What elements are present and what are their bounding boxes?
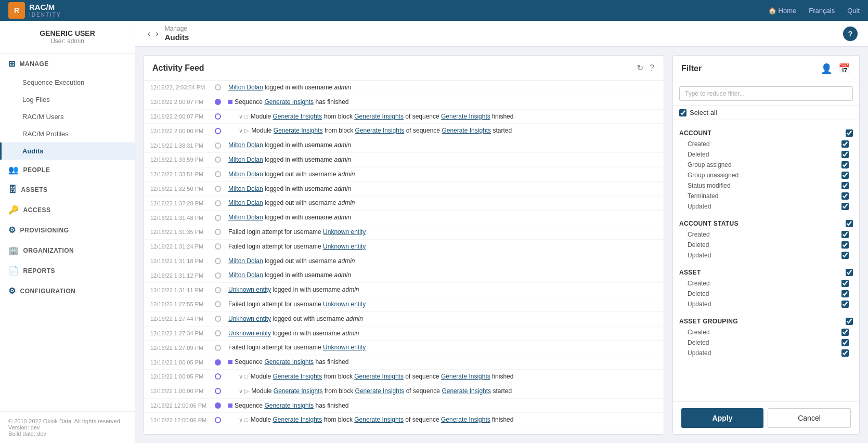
organization-label: ORGANIZATION [23, 247, 74, 254]
sidebar-item-racm-profiles[interactable]: RAC/M Profiles [0, 125, 135, 142]
sidebar-section-assets[interactable]: 🗄 ASSETS [0, 180, 135, 200]
feed-link[interactable]: Milton Dolan [228, 271, 263, 279]
feed-username: admin [342, 286, 359, 293]
sidebar-section-configuration[interactable]: ⚙ CONFIGURATION [0, 281, 135, 301]
sidebar-item-audits[interactable]: Audits [0, 142, 135, 160]
feed-link[interactable]: Generate Insights [441, 113, 490, 120]
feed-link[interactable]: Generate Insights [442, 387, 491, 395]
reports-icon: 📄 [8, 266, 19, 276]
feed-link[interactable]: Milton Dolan [228, 141, 263, 149]
apply-button[interactable]: Apply [681, 408, 763, 428]
sidebar-section-provisioning[interactable]: ⚙ PROVISIONING [0, 220, 135, 240]
feed-link[interactable]: Milton Dolan [228, 156, 263, 163]
filter-item-checkbox[interactable] [841, 241, 849, 249]
feed-link[interactable]: Unknown entity [228, 315, 271, 322]
filter-item-checkbox[interactable] [841, 231, 849, 238]
feed-link[interactable]: Generate Insights [273, 416, 322, 423]
feed-link[interactable]: Generate Insights [354, 113, 404, 120]
filter-item: Created [679, 327, 853, 337]
sidebar-item-log-files[interactable]: Log Files [0, 91, 135, 108]
feed-link[interactable]: Generate Insights [354, 373, 404, 380]
filter-category-checkbox[interactable] [846, 318, 853, 325]
feed-link[interactable]: Generate Insights [264, 402, 314, 409]
feed-link[interactable]: Generate Insights [264, 98, 314, 106]
select-all-label[interactable]: Select all [690, 109, 717, 116]
filter-item-checkbox[interactable] [841, 182, 849, 189]
feed-link[interactable]: Unknown entity [323, 228, 366, 236]
filter-item-checkbox[interactable] [841, 203, 849, 210]
nav-forward-button[interactable]: › [153, 28, 160, 40]
filter-item-checkbox[interactable] [841, 349, 849, 357]
home-link[interactable]: 🏠 Home [768, 7, 796, 15]
feed-link[interactable]: Unknown entity [323, 344, 366, 351]
nav-back-button[interactable]: ‹ [146, 28, 152, 40]
feed-dot-col [212, 99, 224, 105]
feed-username: admin [334, 156, 351, 163]
feed-link[interactable]: Unknown entity [228, 330, 271, 337]
sidebar-item-racm-users[interactable]: RAC/M Users [0, 108, 135, 125]
filter-calendar-icon-button[interactable]: 📅 [837, 62, 851, 75]
feed-link[interactable]: Milton Dolan [228, 214, 263, 221]
feed-link[interactable]: Milton Dolan [228, 171, 263, 178]
feed-link[interactable]: Unknown entity [323, 243, 366, 250]
filter-item-checkbox[interactable] [841, 290, 849, 297]
feed-link[interactable]: Generate Insights [355, 387, 405, 395]
copyright: © 2010-2022 Okiok Data. All rights reser… [8, 418, 126, 424]
feed-link[interactable]: Generate Insights [264, 358, 314, 366]
feed-link[interactable]: Generate Insights [355, 127, 405, 134]
feed-link[interactable]: Generate Insights [273, 373, 322, 380]
feed-help-button[interactable]: ? [649, 62, 655, 74]
quit-link[interactable]: Quit [847, 7, 860, 15]
feed-link[interactable]: Milton Dolan [228, 185, 263, 192]
feed-link[interactable]: Generate Insights [274, 387, 323, 395]
filter-item-checkbox[interactable] [841, 280, 849, 287]
sidebar-section-organization[interactable]: 🏢 ORGANIZATION [0, 240, 135, 260]
cancel-button[interactable]: Cancel [768, 408, 851, 428]
feed-message: Milton Dolan logged in with username adm… [228, 141, 657, 150]
sidebar-section-reports[interactable]: 📄 REPORTS [0, 260, 135, 281]
filter-user-icon-button[interactable]: 👤 [820, 62, 833, 75]
feed-list[interactable]: 12/16/22, 2:03:54 PMMilton Dolan logged … [144, 81, 664, 434]
sidebar-section-people[interactable]: 👥 PEOPLE [0, 160, 135, 180]
refresh-button[interactable]: ↻ [636, 62, 644, 74]
feed-link[interactable]: Milton Dolan [228, 257, 263, 265]
filter-item-checkbox[interactable] [841, 301, 849, 308]
select-all-checkbox[interactable] [679, 109, 686, 116]
filter-item-checkbox[interactable] [841, 140, 849, 148]
filter-category-checkbox[interactable] [846, 129, 853, 137]
filter-item-checkbox[interactable] [841, 151, 849, 158]
feed-link[interactable]: Generate Insights [442, 127, 491, 134]
filter-item-checkbox[interactable] [841, 192, 849, 200]
help-button[interactable]: ? [843, 27, 858, 41]
feed-link[interactable]: Generate Insights [441, 416, 490, 423]
feed-link[interactable]: Generate Insights [274, 127, 323, 134]
assets-icon: 🗄 [8, 185, 17, 194]
feed-link[interactable]: Unknown entity [228, 286, 271, 293]
feed-link[interactable]: Generate Insights [273, 113, 322, 120]
filter-item-checkbox[interactable] [841, 161, 849, 168]
filter-item-label: Deleted [688, 290, 709, 297]
filter-item-label: Deleted [688, 241, 709, 249]
filter-item-label: Status modified [688, 182, 731, 189]
feed-link[interactable]: Generate Insights [354, 416, 404, 423]
feed-link[interactable]: Milton Dolan [228, 199, 263, 206]
filter-item-checkbox[interactable] [841, 252, 849, 259]
feed-message: Failed login attempt for username Unknow… [228, 242, 657, 251]
sidebar-item-sequence-execution[interactable]: Sequence Execution [0, 74, 135, 91]
feed-dot [215, 200, 221, 206]
filter-item: Group assigned [679, 160, 853, 170]
filter-category-checkbox[interactable] [846, 220, 853, 227]
sidebar-section-access[interactable]: 🔑 ACCESS [0, 200, 135, 220]
feed-message: Sequence Generate Insights has finished [228, 98, 657, 107]
feed-link[interactable]: Unknown entity [323, 301, 366, 308]
sidebar-section-manage[interactable]: ⊞ MANAGE [0, 54, 135, 74]
feed-link[interactable]: Milton Dolan [228, 84, 263, 91]
filter-item-checkbox[interactable] [841, 172, 849, 179]
filter-item-checkbox[interactable] [841, 329, 849, 336]
feed-link[interactable]: Generate Insights [441, 373, 490, 380]
feed-dot [215, 272, 221, 279]
filter-item-checkbox[interactable] [841, 339, 849, 346]
lang-link[interactable]: Français [809, 7, 835, 15]
filter-search-input[interactable] [679, 86, 853, 101]
filter-category-checkbox[interactable] [846, 269, 853, 276]
